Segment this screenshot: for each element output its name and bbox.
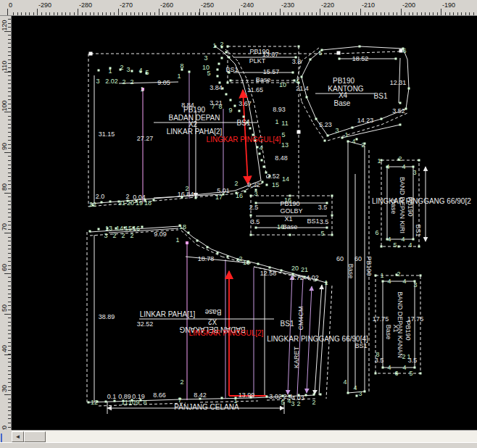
pattern-point[interactable]	[326, 227, 328, 229]
pattern-point[interactable]	[89, 231, 91, 233]
pattern-point[interactable]	[225, 94, 228, 96]
pattern-point[interactable]	[399, 102, 402, 104]
pattern-point[interactable]	[195, 197, 197, 199]
pattern-point[interactable]	[305, 394, 307, 397]
pattern-point[interactable]	[420, 275, 422, 277]
pattern-point[interactable]	[262, 181, 264, 183]
pattern-point[interactable]	[227, 256, 229, 258]
pattern-point[interactable]	[304, 276, 306, 278]
pattern-point[interactable]	[382, 281, 384, 283]
pattern-point[interactable]	[98, 228, 100, 231]
selection-handle[interactable]	[89, 52, 93, 56]
pattern-point[interactable]	[418, 159, 420, 162]
pattern-point[interactable]	[243, 116, 245, 118]
pattern-point[interactable]	[310, 59, 312, 61]
pattern-point[interactable]	[230, 99, 232, 101]
pattern-point[interactable]	[188, 232, 190, 234]
pattern-point[interactable]	[395, 58, 397, 60]
pattern-point[interactable]	[186, 241, 188, 244]
pattern-point[interactable]	[356, 138, 358, 141]
pattern-point[interactable]	[364, 391, 366, 393]
pattern-point[interactable]	[298, 46, 300, 48]
pattern-point[interactable]	[244, 191, 246, 193]
horizontal-scrollbar[interactable]: ◄	[12, 430, 477, 442]
pattern-point[interactable]	[153, 199, 155, 202]
pattern-point[interactable]	[101, 202, 103, 204]
pattern-point[interactable]	[257, 263, 260, 265]
pattern-point[interactable]	[301, 76, 303, 78]
pattern-point[interactable]	[381, 118, 383, 120]
pattern-point[interactable]	[405, 108, 407, 110]
pattern-point[interactable]	[289, 234, 291, 236]
pattern-point[interactable]	[255, 227, 257, 229]
pattern-point[interactable]	[196, 240, 199, 242]
pattern-point[interactable]	[281, 270, 283, 272]
pattern-point[interactable]	[141, 226, 144, 228]
pattern-point[interactable]	[259, 153, 261, 155]
pattern-point[interactable]	[266, 396, 268, 398]
pattern-point[interactable]	[221, 57, 223, 59]
pattern-point[interactable]	[105, 401, 107, 403]
pattern-point[interactable]	[228, 57, 231, 59]
pattern-point[interactable]	[398, 246, 400, 248]
pattern-point[interactable]	[98, 70, 100, 72]
pattern-point[interactable]	[306, 96, 308, 99]
pattern-point[interactable]	[217, 69, 219, 71]
pattern-point[interactable]	[382, 367, 384, 369]
pattern-canvas[interactable]: 1234532.02229.058118.841231057893.843.21…	[12, 16, 477, 430]
pattern-point[interactable]	[414, 367, 416, 369]
pattern-point[interactable]	[207, 246, 209, 249]
pattern-point[interactable]	[225, 51, 228, 54]
pattern-point[interactable]	[408, 88, 410, 90]
pattern-point[interactable]	[375, 275, 377, 277]
scroll-left-button[interactable]: ◄	[12, 431, 24, 442]
pattern-point[interactable]	[412, 166, 415, 168]
pattern-point[interactable]	[356, 395, 358, 397]
pattern-point[interactable]	[313, 394, 315, 396]
pattern-point[interactable]	[331, 195, 333, 197]
pattern-point[interactable]	[227, 46, 229, 48]
pattern-point[interactable]	[88, 402, 90, 404]
pattern-point[interactable]	[320, 394, 322, 396]
pattern-point[interactable]	[292, 72, 294, 74]
pattern-point[interactable]	[257, 146, 259, 149]
pattern-point[interactable]	[221, 397, 223, 399]
pattern-point[interactable]	[230, 80, 232, 82]
pattern-point[interactable]	[227, 82, 229, 84]
pattern-point[interactable]	[327, 135, 329, 137]
pattern-point[interactable]	[315, 118, 318, 120]
pattern-point[interactable]	[399, 124, 402, 126]
pattern-point[interactable]	[250, 234, 252, 236]
selection-handle[interactable]	[297, 130, 301, 134]
pattern-point[interactable]	[375, 373, 377, 375]
pattern-point[interactable]	[131, 70, 133, 72]
pattern-point[interactable]	[339, 58, 341, 60]
pattern-point[interactable]	[418, 246, 420, 248]
pattern-point[interactable]	[269, 267, 271, 269]
pattern-point[interactable]	[359, 46, 361, 48]
pattern-point[interactable]	[324, 140, 326, 142]
selection-handle[interactable]	[337, 51, 341, 55]
pattern-point[interactable]	[109, 201, 112, 203]
pattern-point[interactable]	[347, 392, 349, 394]
scrollbar-thumb[interactable]	[24, 431, 46, 442]
pattern-point[interactable]	[331, 215, 333, 217]
pattern-point[interactable]	[218, 63, 220, 65]
pattern-point[interactable]	[217, 75, 219, 78]
pattern-point[interactable]	[217, 252, 219, 254]
pattern-point[interactable]	[238, 110, 241, 112]
pattern-point[interactable]	[249, 128, 252, 130]
pattern-point[interactable]	[250, 215, 252, 217]
pattern-point[interactable]	[341, 137, 344, 139]
pattern-point[interactable]	[266, 184, 268, 186]
pattern-point[interactable]	[420, 373, 422, 375]
pattern-point[interactable]	[261, 159, 263, 162]
pattern-point[interactable]	[412, 238, 415, 241]
pattern-point[interactable]	[263, 166, 265, 168]
pattern-point[interactable]	[234, 105, 236, 107]
pattern-point[interactable]	[352, 127, 354, 129]
pattern-point[interactable]	[347, 141, 349, 143]
pattern-point[interactable]	[188, 71, 191, 73]
pattern-point[interactable]	[331, 234, 333, 236]
pattern-point[interactable]	[250, 195, 252, 197]
